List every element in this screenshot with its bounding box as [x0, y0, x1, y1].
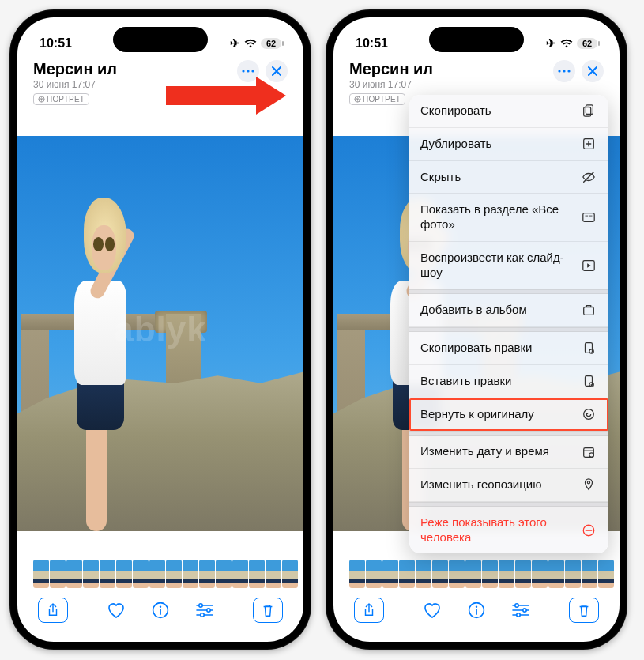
thumbnail[interactable] [149, 560, 165, 588]
favorite-button[interactable] [105, 599, 127, 621]
status-time: 10:51 [40, 36, 72, 51]
share-button[interactable] [38, 598, 68, 623]
more-button[interactable] [237, 60, 259, 82]
close-button[interactable] [266, 60, 288, 82]
menu-item-minus[interactable]: Реже показывать этого человека [409, 507, 608, 554]
menu-item-revert[interactable]: Вернуть к оригиналу [409, 398, 608, 432]
svg-point-17 [517, 613, 520, 617]
phone-right: 10:51 ✈︎ 62 Мерсин ил 30 июня 17:07 ПОРТ… [326, 9, 627, 650]
bottom-toolbar [17, 590, 303, 642]
thumbnail[interactable] [266, 560, 281, 588]
thumbnail[interactable] [399, 560, 415, 588]
thumbnail[interactable] [598, 560, 614, 588]
thumbnail[interactable] [382, 560, 398, 588]
thumbnail[interactable] [100, 560, 115, 588]
thumbnail[interactable] [416, 560, 431, 588]
thumbnail[interactable] [83, 560, 99, 588]
status-time: 10:51 [356, 36, 388, 51]
thumbnail[interactable] [50, 560, 66, 588]
delete-button[interactable] [253, 598, 283, 623]
thumbnail[interactable] [249, 560, 265, 588]
thumbnail[interactable] [199, 560, 215, 588]
svg-point-8 [201, 613, 204, 617]
favorite-button[interactable] [421, 599, 443, 621]
menu-item-label: Изменить дату и время [420, 444, 549, 459]
menu-item-label: Добавить в альбом [420, 303, 527, 318]
thumbnail[interactable] [432, 560, 448, 588]
thumbnail[interactable] [282, 560, 298, 588]
menu-item-label: Вставить правки [420, 374, 511, 389]
menu-item-paste-edits[interactable]: Вставить правки [409, 365, 608, 398]
thumbnail[interactable] [532, 560, 548, 588]
portrait-badge-label: ПОРТРЕТ [363, 95, 401, 104]
page-title: Мерсин ил [33, 60, 237, 78]
thumbnail-strip[interactable] [17, 558, 303, 590]
menu-item-grid[interactable]: Показать в разделе «Все фото» [409, 194, 608, 242]
thumbnail[interactable] [166, 560, 182, 588]
photo: ablyk [17, 136, 303, 531]
dynamic-island [429, 27, 524, 52]
menu-item-label: Реже показывать этого человека [420, 515, 574, 545]
thumbnail[interactable] [216, 560, 232, 588]
menu-item-copy[interactable]: Скопировать [409, 95, 608, 128]
paste-edits-icon [580, 374, 597, 388]
menu-item-label: Скопировать [420, 104, 491, 119]
sliders-icon [195, 602, 214, 618]
copy-edits-icon [580, 341, 597, 355]
close-button[interactable] [582, 60, 604, 82]
thumbnail[interactable] [349, 560, 365, 588]
info-button[interactable] [465, 599, 488, 621]
svg-point-7 [207, 609, 210, 612]
svg-rect-21 [583, 213, 594, 222]
menu-item-label: Скрыть [420, 170, 461, 185]
thumbnail[interactable] [582, 560, 597, 588]
page-subtitle: 30 июня 17:07 [33, 79, 237, 90]
photo-viewer[interactable]: ablyk [17, 111, 303, 558]
info-button[interactable] [149, 599, 171, 621]
edit-button[interactable] [194, 599, 216, 621]
svg-point-14 [476, 606, 477, 608]
share-button[interactable] [354, 598, 384, 623]
thumbnail[interactable] [366, 560, 382, 588]
menu-item-album[interactable]: Добавить в альбом [409, 294, 608, 327]
menu-item-label: Скопировать правки [420, 341, 532, 356]
calendar-icon [580, 445, 597, 459]
thumbnail[interactable] [482, 560, 498, 588]
svg-point-33 [587, 481, 589, 484]
thumbnail[interactable] [66, 560, 82, 588]
svg-point-5 [160, 606, 161, 608]
thumbnail[interactable] [465, 560, 481, 588]
svg-rect-18 [586, 105, 593, 115]
thumbnail-strip[interactable] [333, 558, 620, 590]
more-button[interactable] [553, 60, 575, 82]
heart-icon [423, 602, 442, 619]
delete-button[interactable] [569, 598, 599, 623]
photo-header: Мерсин ил 30 июня 17:07 ПОРТРЕТ [17, 57, 303, 111]
menu-item-copy-edits[interactable]: Скопировать правки [409, 332, 608, 365]
album-icon [580, 304, 597, 318]
menu-item-duplicate[interactable]: Дублировать [409, 128, 608, 161]
thumbnail[interactable] [33, 560, 49, 588]
revert-icon [580, 407, 597, 421]
svg-point-16 [523, 609, 526, 612]
aperture-icon [38, 96, 45, 103]
menu-item-play[interactable]: Воспроизвести как слайд-шоу [409, 242, 608, 290]
edit-button[interactable] [510, 599, 532, 621]
page-title: Мерсин ил [349, 60, 553, 78]
thumbnail[interactable] [232, 560, 248, 588]
svg-point-2 [247, 70, 249, 72]
thumbnail[interactable] [565, 560, 581, 588]
share-icon [47, 603, 59, 617]
thumbnail[interactable] [133, 560, 149, 588]
svg-rect-31 [584, 447, 594, 457]
thumbnail[interactable] [499, 560, 514, 588]
menu-item-pin[interactable]: Изменить геопозицию [409, 469, 608, 502]
thumbnail[interactable] [183, 560, 198, 588]
thumbnail[interactable] [548, 560, 564, 588]
thumbnail[interactable] [116, 560, 132, 588]
thumbnail[interactable] [449, 560, 465, 588]
thumbnail[interactable] [515, 560, 531, 588]
menu-item-hide[interactable]: Скрыть [409, 161, 608, 194]
menu-item-calendar[interactable]: Изменить дату и время [409, 436, 608, 469]
svg-point-15 [515, 604, 518, 607]
